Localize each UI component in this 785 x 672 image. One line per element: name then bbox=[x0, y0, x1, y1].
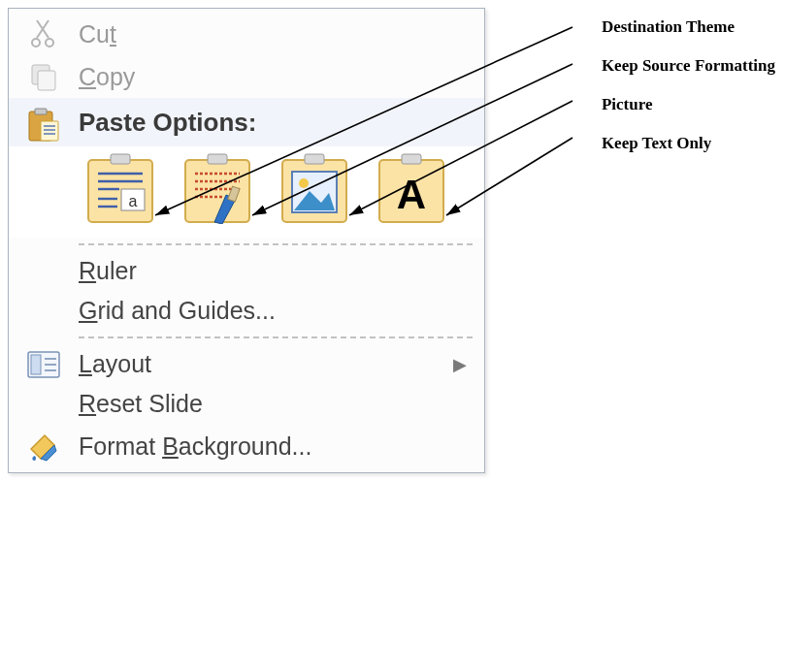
reset-label: Reset Slide bbox=[73, 390, 474, 418]
ruler-label: Ruler bbox=[73, 257, 474, 285]
svg-point-2 bbox=[32, 39, 40, 47]
cut-label: Cut bbox=[73, 20, 474, 48]
svg-rect-21 bbox=[185, 160, 249, 222]
menu-item-format-background[interactable]: Format Background... bbox=[9, 424, 484, 468]
menu-item-copy: Copy bbox=[9, 55, 484, 98]
svg-point-3 bbox=[46, 39, 53, 47]
annotation-picture: Picture bbox=[602, 95, 775, 114]
paste-options-section: Paste Options: bbox=[9, 98, 484, 146]
paste-picture-button[interactable] bbox=[280, 152, 348, 224]
cut-icon bbox=[15, 18, 73, 49]
format-bg-label: Format Background... bbox=[73, 432, 474, 461]
svg-text:a: a bbox=[129, 193, 138, 209]
svg-rect-35 bbox=[402, 154, 421, 164]
copy-icon bbox=[15, 61, 73, 92]
annotation-text-only: Keep Text Only bbox=[602, 134, 775, 153]
paste-keep-source-button[interactable] bbox=[183, 152, 251, 224]
layout-label: Layout bbox=[73, 350, 453, 378]
menu-item-reset-slide[interactable]: Reset Slide bbox=[9, 384, 484, 424]
paste-destination-theme-button[interactable]: a bbox=[86, 152, 154, 224]
submenu-arrow-icon: ▶ bbox=[453, 354, 474, 375]
menu-item-cut: Cut bbox=[9, 13, 484, 55]
paste-options-label: Paste Options: bbox=[73, 108, 474, 138]
svg-rect-22 bbox=[208, 154, 227, 164]
svg-rect-7 bbox=[35, 109, 47, 114]
paste-icon bbox=[15, 108, 73, 143]
svg-point-32 bbox=[299, 178, 309, 188]
copy-label: Copy bbox=[73, 63, 474, 91]
svg-rect-5 bbox=[38, 71, 55, 90]
svg-rect-8 bbox=[41, 121, 58, 141]
svg-rect-13 bbox=[111, 154, 130, 164]
layout-icon bbox=[15, 351, 73, 378]
separator bbox=[79, 336, 473, 338]
paste-text-only-button[interactable]: A bbox=[377, 152, 445, 224]
menu-item-layout[interactable]: Layout ▶ bbox=[9, 344, 484, 384]
menu-item-ruler[interactable]: Ruler bbox=[9, 251, 484, 291]
menu-item-grid-and-guides[interactable]: Grid and Guides... bbox=[9, 291, 484, 331]
annotation-keep-source: Keep Source Formatting bbox=[602, 56, 775, 76]
annotation-labels: Destination Theme Keep Source Formatting… bbox=[602, 17, 775, 173]
annotation-destination-theme: Destination Theme bbox=[602, 17, 775, 37]
paste-options-row: a bbox=[9, 146, 484, 238]
svg-text:A: A bbox=[397, 172, 426, 217]
separator bbox=[79, 243, 473, 245]
format-background-icon bbox=[15, 430, 73, 463]
context-menu: Cut Copy Paste Options: bbox=[8, 8, 485, 473]
grid-label: Grid and Guides... bbox=[73, 297, 474, 325]
svg-rect-30 bbox=[305, 154, 324, 164]
svg-rect-38 bbox=[31, 355, 41, 374]
